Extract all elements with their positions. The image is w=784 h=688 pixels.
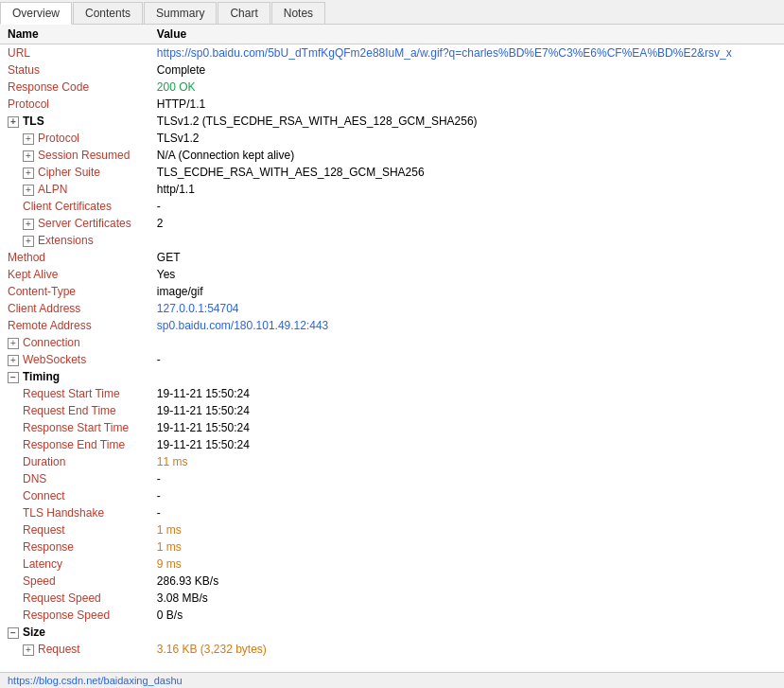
expand-icon[interactable]: + (8, 355, 19, 366)
table-row: Latency9 ms (0, 556, 784, 573)
tab-contents[interactable]: Contents (73, 2, 143, 24)
expand-icon[interactable]: + (23, 644, 34, 656)
tab-bar: OverviewContentsSummaryChartNotes (0, 0, 784, 25)
main-content: Name Value URLhttps://sp0.baidu.com/5bU_… (0, 25, 784, 672)
table-row: −Size (0, 624, 784, 641)
row-label: Speed (23, 574, 56, 588)
table-row: Remote Addresssp0.baidu.com/180.101.49.1… (0, 317, 784, 334)
row-label: Request Start Time (23, 387, 120, 400)
table-row: Request1 ms (0, 521, 784, 538)
row-label: Session Resumed (38, 149, 130, 162)
name-cell: Remote Address (0, 317, 149, 334)
tab-overview[interactable]: Overview (0, 2, 72, 25)
row-label: Extensions (38, 234, 94, 247)
name-cell: Response Speed (0, 607, 149, 624)
table-row: URLhttps://sp0.baidu.com/5bU_dTmfKgQFm2e… (0, 44, 784, 62)
tab-notes[interactable]: Notes (271, 2, 325, 24)
value-cell: 1 ms (149, 538, 784, 556)
value-cell (149, 334, 784, 351)
name-cell: DNS (0, 470, 149, 487)
value-cell: N/A (Connection kept alive) (149, 147, 784, 164)
value-cell: 127.0.0.1:54704 (149, 300, 784, 317)
table-row: Response End Time19-11-21 15:50:24 (0, 436, 784, 453)
value-cell: 19-11-21 15:50:24 (149, 402, 784, 419)
expand-icon[interactable]: + (23, 219, 34, 230)
row-label: Timing (23, 370, 60, 383)
row-label: Remote Address (8, 319, 92, 332)
name-cell: +ALPN (0, 181, 149, 198)
table-row: Connect- (0, 487, 784, 504)
expand-icon[interactable]: + (8, 338, 19, 349)
name-cell: Response End Time (0, 436, 149, 453)
table-row: ProtocolHTTP/1.1 (0, 96, 784, 113)
row-label: Request (38, 643, 80, 656)
name-cell: +Cipher Suite (0, 164, 149, 181)
table-row: +Request3.16 KB (3,232 bytes) (0, 641, 784, 658)
table-row: Request End Time19-11-21 15:50:24 (0, 402, 784, 419)
row-label: Response (23, 540, 74, 554)
value-cell: Complete (149, 62, 784, 79)
name-cell: Client Address (0, 300, 149, 317)
row-label: ALPN (38, 183, 67, 196)
tab-chart[interactable]: Chart (218, 2, 270, 24)
name-cell: Request (0, 521, 149, 538)
value-cell: 11 ms (149, 453, 784, 470)
collapse-icon[interactable]: − (8, 372, 19, 383)
expand-icon[interactable]: + (23, 168, 34, 179)
value-cell: 3.08 MB/s (149, 590, 784, 607)
value-cell: 9 ms (149, 556, 784, 573)
expand-icon[interactable]: + (23, 185, 34, 196)
table-row: Kept AliveYes (0, 266, 784, 283)
value-cell: 19-11-21 15:50:24 (149, 419, 784, 436)
table-row: +WebSockets- (0, 351, 784, 368)
row-label: Method (8, 251, 45, 264)
value-cell: sp0.baidu.com/180.101.49.12:443 (149, 317, 784, 334)
row-label: Request Speed (23, 591, 101, 605)
name-cell: +TLS (0, 113, 149, 130)
table-row: Speed286.93 KB/s (0, 573, 784, 590)
expand-icon[interactable]: + (23, 150, 34, 162)
row-label: Connection (23, 336, 80, 349)
expand-icon[interactable]: + (23, 236, 34, 247)
table-row: +Extensions (0, 232, 784, 249)
row-label: Latency (23, 557, 62, 571)
table-row: Client Address127.0.0.1:54704 (0, 300, 784, 317)
row-label: URL (8, 46, 30, 60)
row-label: DNS (23, 472, 46, 485)
name-cell: Status (0, 62, 149, 79)
expand-icon[interactable]: + (8, 116, 19, 128)
value-cell: 3.16 KB (3,232 bytes) (149, 641, 784, 658)
collapse-icon[interactable]: − (8, 627, 19, 639)
table-row: Duration11 ms (0, 453, 784, 470)
col-header-value: Value (149, 25, 784, 44)
value-cell: http/1.1 (149, 181, 784, 198)
value-cell (149, 368, 784, 385)
value-cell: - (149, 351, 784, 368)
table-row: Content-Typeimage/gif (0, 283, 784, 300)
row-label: Client Certificates (23, 200, 112, 213)
value-cell: GET (149, 249, 784, 266)
expand-icon[interactable]: + (23, 133, 34, 145)
name-cell: −Timing (0, 368, 149, 385)
name-cell: Protocol (0, 96, 149, 113)
table-row: Response Code200 OK (0, 79, 784, 96)
status-bar-text: https://blog.csdn.net/baidaxing_dashu (8, 675, 183, 686)
name-cell: Duration (0, 453, 149, 470)
row-label: Protocol (8, 97, 49, 111)
table-row: Response Start Time19-11-21 15:50:24 (0, 419, 784, 436)
name-cell: +WebSockets (0, 351, 149, 368)
row-label: Protocol (38, 132, 79, 145)
data-table: Name Value URLhttps://sp0.baidu.com/5bU_… (0, 25, 784, 658)
row-label: Kept Alive (8, 268, 58, 281)
table-row: TLS Handshake- (0, 504, 784, 521)
value-cell: - (149, 487, 784, 504)
table-row: Request Speed3.08 MB/s (0, 590, 784, 607)
name-cell: Method (0, 249, 149, 266)
value-cell: 2 (149, 215, 784, 232)
tab-summary[interactable]: Summary (144, 2, 217, 24)
value-cell: TLS_ECDHE_RSA_WITH_AES_128_GCM_SHA256 (149, 164, 784, 181)
table-row: +ProtocolTLSv1.2 (0, 130, 784, 147)
table-row: +Connection (0, 334, 784, 351)
name-cell: Request Start Time (0, 385, 149, 402)
row-label: Client Address (8, 302, 80, 315)
